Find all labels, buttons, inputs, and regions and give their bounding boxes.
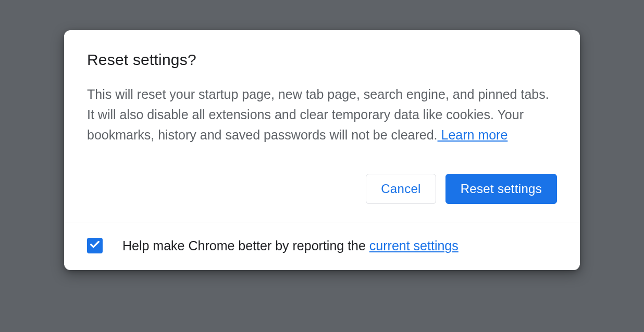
check-icon [89, 239, 101, 252]
cancel-button[interactable]: Cancel [366, 174, 436, 204]
dialog-title: Reset settings? [87, 51, 557, 69]
reset-settings-button[interactable]: Reset settings [445, 174, 557, 204]
footer-help-text: Help make Chrome better by reporting the [122, 238, 369, 253]
dialog-description: This will reset your startup page, new t… [87, 84, 557, 145]
dialog-footer: Help make Chrome better by reporting the… [64, 223, 580, 270]
dialog-body: Reset settings? This will reset your sta… [64, 30, 580, 223]
report-settings-checkbox[interactable] [87, 238, 103, 253]
learn-more-link[interactable]: Learn more [438, 127, 508, 142]
dialog-actions: Cancel Reset settings [87, 174, 557, 204]
current-settings-link[interactable]: current settings [369, 238, 459, 253]
footer-text: Help make Chrome better by reporting the… [122, 238, 459, 253]
reset-settings-dialog: Reset settings? This will reset your sta… [64, 30, 580, 270]
